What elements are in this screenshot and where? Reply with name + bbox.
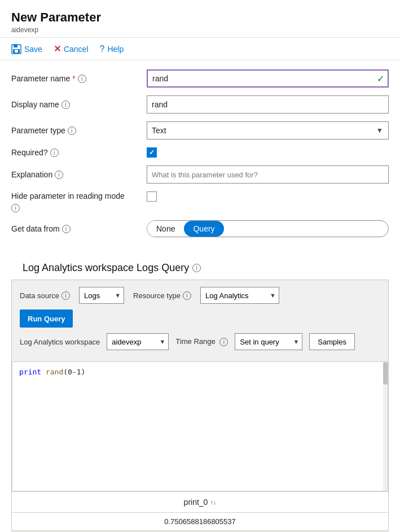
resource-type-label: Resource type i [133,291,191,300]
run-query-button[interactable]: Run Query [20,309,73,328]
display-name-row: Display name i [11,95,389,114]
parameter-type-control: Text Integer Float Boolean DateTime Reso… [147,121,389,139]
code-keyword: print [19,368,46,376]
parameter-name-input[interactable] [147,69,389,88]
resource-type-select-wrap: Log Analytics Application Insights ▼ [200,287,279,304]
parameter-name-control: ✓ [147,69,389,88]
workspace-select-wrap: aidevexp ▼ [107,333,169,350]
display-name-input[interactable] [147,95,389,114]
vertical-scrollbar[interactable] [383,362,388,491]
parameter-type-info-icon[interactable]: i [68,127,76,135]
result-header: print_0 ↑↓ [12,492,388,513]
data-source-label: Data source i [20,291,70,300]
required-row: Required? i [11,147,389,158]
data-source-select[interactable]: Logs Metrics [79,287,124,304]
run-query-row: Run Query [20,309,380,328]
la-controls-row1: Data source i Logs Metrics ▼ Resource ty… [20,287,380,304]
hide-param-checkbox[interactable] [147,191,157,202]
toggle-group: None Query [147,220,389,237]
page-subtitle: aidevexp [11,26,389,34]
display-name-label: Display name i [11,100,147,109]
parameter-name-input-wrapper: ✓ [147,69,389,88]
explanation-row: Explanation i [11,165,389,184]
hide-param-control [147,191,389,202]
workspace-label: Log Analytics workspace [20,338,100,346]
toggle-none-button[interactable]: None [147,221,184,237]
svg-rect-3 [15,50,18,53]
log-analytics-panel: Data source i Logs Metrics ▼ Resource ty… [11,280,389,531]
time-range-label: Time Range i [175,337,228,346]
required-label: Required? i [11,148,147,157]
help-icon: ? [100,44,105,54]
explanation-input[interactable] [147,165,389,184]
parameter-name-info-icon[interactable]: i [78,75,86,83]
samples-button[interactable]: Samples [309,333,355,350]
la-row2: Log Analytics workspace aidevexp ▼ Time … [20,333,380,350]
get-data-from-label: Get data from i [11,224,147,233]
code-editor[interactable]: print rand(0-1) [12,361,388,491]
data-source-select-wrap: Logs Metrics ▼ [79,287,124,304]
time-range-select[interactable]: Set in query Last hour Last 24 hours [235,333,302,350]
hide-param-row: Hide parameter in reading mode i [11,191,389,212]
la-title-info-icon[interactable]: i [192,264,201,272]
workspace-select[interactable]: aidevexp [107,333,169,350]
form-area: Parameter name * i ✓ Display name i [0,60,400,258]
time-range-select-wrap: Set in query Last hour Last 24 hours ▼ [235,333,302,350]
hide-param-info-icon[interactable]: i [11,204,20,212]
display-name-info-icon[interactable]: i [61,101,70,109]
hide-param-label: Hide parameter in reading mode i [11,191,147,212]
resource-type-info-icon[interactable]: i [183,291,191,300]
log-analytics-container: Log Analytics workspace Logs Query i Dat… [0,258,400,532]
parameter-name-row: Parameter name * i ✓ [11,69,389,88]
page-container: New Parameter aidevexp Save ✕ Cancel ? H… [0,0,400,532]
explanation-control [147,165,389,184]
cancel-label: Cancel [64,45,89,54]
page-title: New Parameter [11,10,389,25]
data-source-info-icon[interactable]: i [61,291,70,300]
scrollbar-thumb [383,362,388,385]
parameter-name-label: Parameter name * i [11,74,147,83]
hide-param-label-top: Hide parameter in reading mode [11,191,147,200]
resource-type-select[interactable]: Log Analytics Application Insights [200,287,279,304]
toolbar: Save ✕ Cancel ? Help [0,38,400,60]
parameter-type-select-wrapper: Text Integer Float Boolean DateTime Reso… [147,121,389,139]
get-data-from-row: Get data from i None Query [11,220,389,237]
save-icon [11,44,21,54]
cancel-button[interactable]: ✕ Cancel [54,43,89,54]
svg-rect-1 [14,45,17,47]
log-analytics-title: Log Analytics workspace Logs Query i [11,258,389,280]
explanation-label: Explanation i [11,170,147,179]
result-value: 0.7506588186805537 [164,517,236,526]
get-data-from-control: None Query [147,220,389,237]
toggle-query-button[interactable]: Query [184,221,223,237]
la-inner: Data source i Logs Metrics ▼ Resource ty… [12,280,388,361]
parameter-type-row: Parameter type i Text Integer Float Bool… [11,121,389,139]
code-line: print rand(0-1) [19,368,381,376]
parameter-type-label: Parameter type i [11,126,147,135]
get-data-info-icon[interactable]: i [62,225,71,233]
header: New Parameter aidevexp [0,0,400,38]
save-label: Save [24,45,42,54]
result-row: 0.7506588186805537 [12,513,388,531]
help-button[interactable]: ? Help [100,44,124,54]
code-paren: (0-1) [63,368,85,376]
cancel-icon: ✕ [54,43,61,54]
time-range-info-icon[interactable]: i [219,338,228,346]
code-function: rand [46,368,63,376]
required-checkbox[interactable] [147,147,157,158]
required-info-icon[interactable]: i [50,149,59,157]
parameter-type-select[interactable]: Text Integer Float Boolean DateTime Reso… [147,121,389,139]
explanation-info-icon[interactable]: i [55,171,63,179]
sort-icon[interactable]: ↑↓ [210,499,216,505]
display-name-control [147,95,389,114]
save-button[interactable]: Save [11,44,42,54]
help-label: Help [107,45,124,54]
result-table: print_0 ↑↓ 0.7506588186805537 [12,491,388,531]
required-control [147,147,389,158]
required-star: * [72,74,75,83]
valid-check-icon: ✓ [377,73,384,84]
result-column-name: print_0 [184,498,208,507]
